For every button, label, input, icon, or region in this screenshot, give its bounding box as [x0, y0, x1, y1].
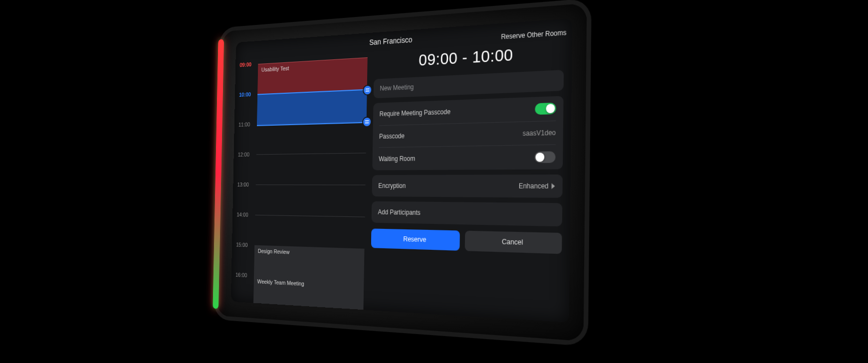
content-body: 09:00 10:00 11:00 12:00 13:00 14:00 15:0…	[231, 39, 572, 323]
chevron-right-icon	[551, 183, 555, 189]
reserve-button-label: Reserve	[403, 235, 426, 244]
add-participants-row[interactable]: Add Participants	[372, 201, 562, 227]
event-usability-test[interactable]: Usability Test	[257, 57, 368, 94]
reserve-other-rooms-link[interactable]: Reserve Other Rooms	[501, 19, 567, 51]
toggle-knob	[535, 153, 544, 162]
security-card: Require Meeting Passcode Passcode saasV1…	[373, 96, 564, 170]
require-passcode-label: Require Meeting Passcode	[380, 108, 450, 118]
encryption-label: Encryption	[378, 182, 406, 189]
action-buttons: Reserve Cancel	[371, 228, 562, 254]
cancel-button[interactable]: Cancel	[465, 231, 562, 254]
require-passcode-toggle[interactable]	[535, 103, 556, 115]
time-label-1000: 10:00	[239, 91, 251, 98]
reserve-button[interactable]: Reserve	[371, 228, 460, 250]
passcode-value: saasV1deo	[522, 129, 556, 138]
time-label-1300: 13:00	[237, 182, 249, 187]
waiting-room-row: Waiting Room	[379, 144, 556, 164]
drag-icon	[366, 88, 370, 92]
waiting-room-label: Waiting Room	[379, 155, 415, 163]
svg-rect-2	[365, 120, 369, 121]
drag-icon	[365, 120, 369, 124]
time-label-1500: 15:00	[236, 241, 247, 248]
hour-line	[256, 153, 366, 155]
meeting-name-placeholder: New Meeting	[380, 83, 414, 92]
time-label-1200: 12:00	[238, 152, 249, 158]
event-design-review[interactable]: Design Review	[254, 245, 365, 281]
passcode-label: Passcode	[379, 132, 405, 140]
event-title: Design Review	[258, 248, 290, 255]
svg-rect-3	[365, 122, 369, 123]
passcode-row[interactable]: Passcode saasV1deo	[379, 121, 556, 142]
room-scheduler-screen: San Francisco Reserve Other Rooms 09:00 …	[231, 18, 572, 323]
waiting-room-toggle[interactable]	[534, 151, 556, 163]
event-title: Usability Test	[261, 65, 289, 72]
svg-rect-0	[366, 88, 370, 89]
event-title: Weekly Team Meeting	[257, 278, 304, 287]
room-name: San Francisco	[369, 35, 412, 47]
cancel-button-label: Cancel	[502, 238, 523, 246]
time-label-1400: 14:00	[236, 211, 248, 217]
hour-line	[255, 215, 365, 217]
encryption-row[interactable]: Encryption Enhanced	[372, 175, 563, 198]
encryption-value: Enhanced	[519, 182, 549, 190]
reservation-form: 09:00 - 10:00 New Meeting Require Meetin…	[366, 39, 572, 323]
reserve-other-rooms-label: Reserve Other Rooms	[501, 28, 566, 41]
svg-rect-1	[366, 91, 370, 92]
timeline-selection[interactable]	[257, 89, 367, 126]
product-render-stage: San Francisco Reserve Other Rooms 09:00 …	[0, 0, 868, 363]
time-label-1600: 16:00	[235, 272, 247, 278]
time-label-1100: 11:00	[238, 121, 250, 128]
toggle-knob	[546, 104, 555, 113]
timeline-column[interactable]: 09:00 10:00 11:00 12:00 13:00 14:00 15:0…	[231, 52, 371, 310]
hour-line	[256, 184, 366, 185]
meeting-name-input[interactable]: New Meeting	[374, 70, 564, 98]
require-passcode-row: Require Meeting Passcode	[380, 103, 556, 120]
add-participants-label: Add Participants	[378, 208, 421, 216]
encryption-value-wrap: Enhanced	[519, 182, 555, 190]
time-label-0900: 09:00	[239, 61, 251, 68]
